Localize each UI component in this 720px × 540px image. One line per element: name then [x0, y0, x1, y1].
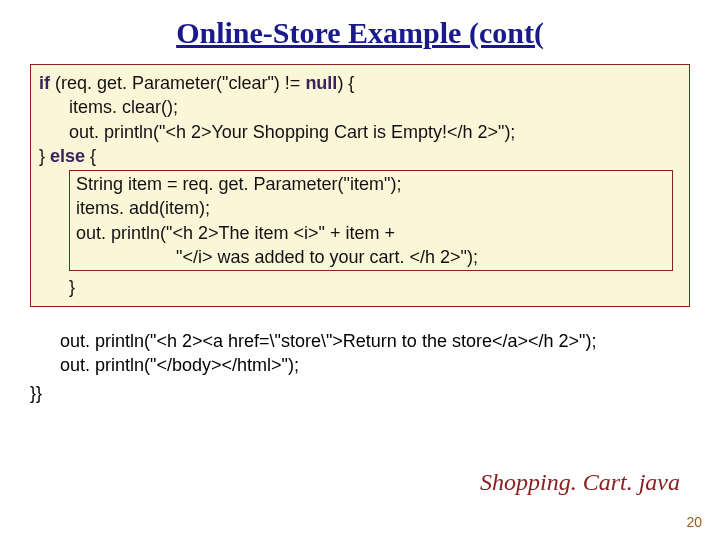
code-text: (req. get. Parameter("clear") != [50, 73, 305, 93]
code-text: { [85, 146, 96, 166]
keyword-else: else [50, 146, 85, 166]
slide: Online-Store Example (cont( if (req. get… [0, 0, 720, 540]
keyword-if: if [39, 73, 50, 93]
code-block-lower: out. println("<h 2><a href=\"store\">Ret… [30, 329, 690, 378]
code-line: items. add(item); [76, 196, 666, 220]
code-line: "</i> was added to your cart. </h 2>"); [76, 245, 666, 269]
code-block-inner: String item = req. get. Parameter("item"… [69, 170, 673, 271]
code-block-outer: if (req. get. Parameter("clear") != null… [30, 64, 690, 307]
code-line: } [39, 275, 681, 299]
keyword-null: null [305, 73, 337, 93]
code-line: out. println("<h 2>The item <i>" + item … [76, 221, 666, 245]
code-text: ) { [337, 73, 354, 93]
code-line: out. println("</body></html>"); [30, 353, 690, 377]
closing-braces: }} [30, 383, 690, 404]
code-text: } [39, 146, 50, 166]
code-line: if (req. get. Parameter("clear") != null… [39, 71, 681, 95]
code-line: } else { [39, 144, 681, 168]
slide-title: Online-Store Example (cont( [30, 16, 690, 50]
page-number: 20 [686, 514, 702, 530]
filename-label: Shopping. Cart. java [480, 469, 680, 496]
code-line: out. println("<h 2>Your Shopping Cart is… [39, 120, 681, 144]
code-line: String item = req. get. Parameter("item"… [76, 172, 666, 196]
code-line: items. clear(); [39, 95, 681, 119]
code-line: out. println("<h 2><a href=\"store\">Ret… [30, 329, 690, 353]
